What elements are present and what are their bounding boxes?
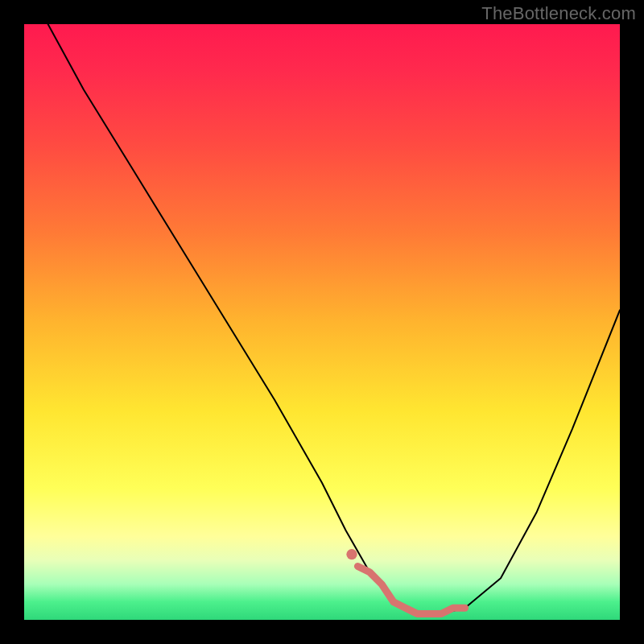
bottleneck-curve [48,24,620,614]
curve-overlay [24,24,620,620]
plot-area [24,24,620,620]
chart-frame: TheBottleneck.com [0,0,644,644]
watermark-text: TheBottleneck.com [481,3,636,24]
sweet-spot-highlight [357,566,464,613]
sweet-spot-dot [346,549,357,559]
